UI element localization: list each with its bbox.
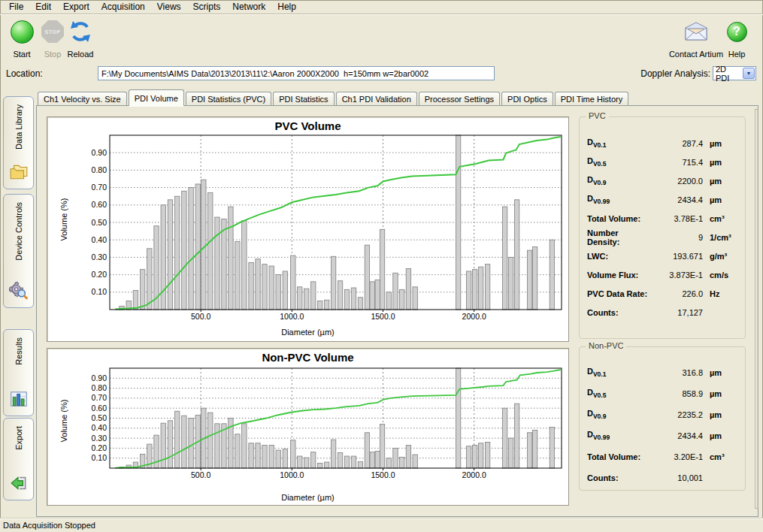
- nonpvc-stat-label: DV0.5: [587, 388, 653, 399]
- menu-help[interactable]: Help: [271, 1, 302, 13]
- start-button-label: Start: [5, 50, 39, 59]
- svg-text:500.0: 500.0: [191, 470, 210, 479]
- menu-edit[interactable]: Edit: [29, 1, 57, 13]
- svg-text:0.50: 0.50: [92, 218, 107, 227]
- tab-pdi-optics[interactable]: PDI Optics: [501, 92, 553, 106]
- doppler-analysis-select[interactable]: 2D PDI ▼: [713, 66, 756, 80]
- status-bar: Data Acquisition Stopped: [0, 518, 763, 532]
- tab-pdi-volume[interactable]: PDI Volume: [129, 89, 184, 106]
- pvc-stat-value: 2200.0: [653, 177, 703, 186]
- pvc-stat-row: DV0.1287.4µm: [587, 134, 739, 153]
- tab-ch1-pdi-validation[interactable]: Ch1 PDI Validation: [336, 92, 417, 106]
- svg-text:0.70: 0.70: [92, 183, 107, 192]
- application-window: { "menu": { "items": ["File", "Edit", "E…: [0, 0, 763, 532]
- pvc-stat-unit: cm³: [703, 214, 739, 223]
- doppler-analysis-value: 2D PDI: [713, 65, 742, 83]
- svg-text:0.30: 0.30: [92, 434, 107, 443]
- nonpvc-stats-groupbox: Non-PVC DV0.1316.8µmDV0.5858.9µmDV0.9223…: [579, 346, 746, 491]
- menu-acquisition[interactable]: Acquisition: [95, 1, 151, 13]
- pvc-stat-unit: µm: [703, 158, 739, 167]
- folder-icon: [9, 162, 29, 185]
- svg-text:0.50: 0.50: [92, 413, 107, 422]
- contact-artium-label: Contact Artium: [662, 50, 731, 59]
- svg-text:0.20: 0.20: [92, 443, 107, 452]
- panel-splitter[interactable]: [755, 109, 758, 509]
- nonpvc-chart-title: Non-PVC Volume: [47, 351, 568, 364]
- location-input[interactable]: [98, 66, 495, 80]
- pvc-stat-unit: µm: [703, 139, 739, 148]
- sidebar-item-device-controls[interactable]: Device Controls: [3, 194, 34, 308]
- tab-pdi-time-history[interactable]: PDI Time History: [555, 92, 629, 106]
- sidebar-item-results[interactable]: Results: [3, 329, 34, 416]
- pvc-volume-chart-panel: PVC Volume Volume (%) 0.100.200.300.400.…: [47, 116, 569, 342]
- pvc-groupbox-title: PVC: [586, 111, 609, 120]
- nonpvc-volume-plot: 0.100.200.300.400.500.600.700.800.90500.…: [47, 367, 568, 485]
- pvc-stat-value: 715.4: [653, 158, 703, 167]
- statistics-panel: PVC DV0.1287.4µmDV0.5715.4µmDV0.92200.0µ…: [573, 109, 753, 509]
- doppler-analysis-label: Doppler Analysis:: [594, 68, 710, 79]
- tab-pdi-statistics-pvc[interactable]: PDI Statistics (PVC): [186, 92, 271, 106]
- pvc-stat-value: 3.873E-1: [653, 271, 703, 280]
- pvc-stat-value: 287.4: [653, 139, 703, 148]
- nonpvc-stat-unit: µm: [703, 389, 739, 398]
- nonpvc-stat-row: DV0.992434.4µm: [587, 425, 739, 446]
- reload-icon: [63, 18, 98, 45]
- bar-chart-icon: [9, 389, 29, 412]
- tab-pdi-statistics[interactable]: PDI Statistics: [273, 92, 334, 106]
- nonpvc-stat-value: 3.20E-1: [653, 452, 703, 461]
- nonpvc-stat-value: 2434.4: [653, 431, 703, 440]
- menu-file[interactable]: File: [3, 1, 29, 13]
- pvc-stat-label: DV0.5: [587, 156, 653, 168]
- pvc-stat-label: DV0.1: [587, 138, 653, 149]
- pvc-stat-unit: cm/s: [703, 271, 739, 280]
- tab-processor-settings[interactable]: Processor Settings: [419, 92, 500, 106]
- location-label: Location:: [6, 68, 43, 79]
- nonpvc-stat-unit: µm: [703, 410, 739, 419]
- reload-button-label: Reload: [63, 50, 98, 59]
- nonpvc-stat-label: DV0.9: [587, 409, 653, 420]
- pvc-stat-value: 17,127: [653, 308, 703, 317]
- pvc-stat-unit: g/m³: [703, 252, 739, 261]
- sidebar-item-export[interactable]: Export: [3, 418, 34, 500]
- menu-network[interactable]: Network: [226, 1, 271, 13]
- pvc-stat-label: Total Volume:: [587, 214, 653, 223]
- sidebar-item-data-library[interactable]: Data Library: [3, 96, 34, 189]
- svg-text:1000.0: 1000.0: [280, 312, 304, 321]
- pvc-stat-value: 3.78E-1: [653, 214, 703, 223]
- nonpvc-stat-row: Counts:10,001: [587, 467, 739, 488]
- reload-button[interactable]: Reload: [63, 18, 98, 59]
- svg-text:0.40: 0.40: [92, 235, 107, 244]
- svg-text:1000.0: 1000.0: [280, 470, 304, 479]
- svg-text:0.30: 0.30: [92, 252, 107, 261]
- nonpvc-stat-value: 316.8: [653, 368, 703, 377]
- pvc-stat-row: Total Volume:3.78E-1cm³: [587, 209, 739, 228]
- start-button[interactable]: Start: [5, 18, 39, 59]
- pvc-stat-unit: Hz: [703, 289, 739, 298]
- svg-text:0.40: 0.40: [92, 423, 107, 432]
- nonpvc-stat-label: Counts:: [587, 473, 653, 482]
- pvc-stat-row: DV0.5715.4µm: [587, 153, 739, 171]
- pvc-stat-label: LWC:: [587, 252, 653, 261]
- svg-text:0.60: 0.60: [92, 200, 107, 209]
- nonpvc-stat-label: DV0.99: [587, 430, 653, 441]
- sidebar-item-label: Results: [14, 337, 23, 365]
- location-bar: Location: Doppler Analysis: 2D PDI ▼: [0, 63, 763, 85]
- svg-text:0.20: 0.20: [92, 270, 107, 279]
- nonpvc-stat-row: DV0.5858.9µm: [587, 383, 739, 404]
- pvc-stat-row: PVC Data Rate:226.0Hz: [587, 284, 739, 303]
- pvc-stat-row: Volume Flux:3.873E-1cm/s: [587, 265, 739, 284]
- pvc-stat-label: Volume Flux:: [587, 271, 653, 280]
- pvc-stats-groupbox: PVC DV0.1287.4µmDV0.5715.4µmDV0.92200.0µ…: [579, 116, 746, 339]
- envelope-icon: [662, 18, 731, 45]
- menu-scripts[interactable]: Scripts: [187, 1, 227, 13]
- pvc-chart-title: PVC Volume: [47, 119, 568, 132]
- help-button-label: Help: [723, 50, 750, 59]
- tab-ch1-velocity-vs-size[interactable]: Ch1 Velocity vs. Size: [38, 92, 127, 106]
- svg-text:2000.0: 2000.0: [462, 312, 486, 321]
- svg-text:0.80: 0.80: [92, 165, 107, 174]
- menu-export[interactable]: Export: [57, 1, 95, 13]
- help-button[interactable]: ? Help: [723, 18, 750, 59]
- pvc-stat-row: DV0.992434.4µm: [587, 190, 739, 209]
- contact-artium-button[interactable]: Contact Artium: [662, 18, 731, 59]
- menu-views[interactable]: Views: [151, 1, 187, 13]
